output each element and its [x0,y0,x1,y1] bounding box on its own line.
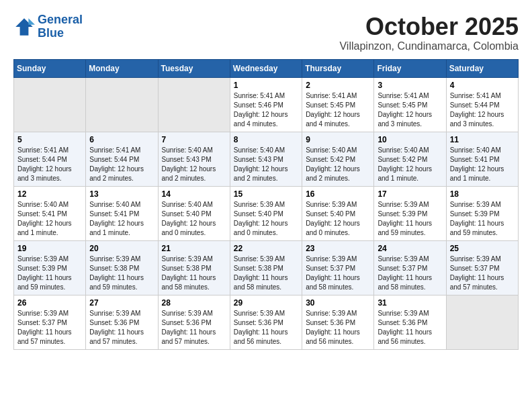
day-detail: Sunrise: 5:39 AM Sunset: 5:38 PM Dayligh… [162,255,226,292]
calendar-cell: 5Sunrise: 5:41 AM Sunset: 5:44 PM Daylig… [14,132,86,186]
svg-marker-1 [28,18,35,25]
day-detail: Sunrise: 5:41 AM Sunset: 5:45 PM Dayligh… [378,91,442,129]
day-number: 19 [17,244,82,253]
logo: General Blue [13,13,83,40]
day-detail: Sunrise: 5:39 AM Sunset: 5:39 PM Dayligh… [17,255,82,292]
calendar-cell: 20Sunrise: 5:39 AM Sunset: 5:38 PM Dayli… [86,240,158,295]
calendar-cell: 7Sunrise: 5:40 AM Sunset: 5:43 PM Daylig… [158,132,230,186]
day-of-week-header: Thursday [302,59,374,77]
calendar-cell: 18Sunrise: 5:39 AM Sunset: 5:39 PM Dayli… [446,186,518,240]
page-title: October 2025 [339,13,519,40]
day-detail: Sunrise: 5:39 AM Sunset: 5:37 PM Dayligh… [378,255,442,292]
day-number: 12 [17,189,82,199]
calendar-cell: 31Sunrise: 5:39 AM Sunset: 5:36 PM Dayli… [374,295,446,349]
page-header: General Blue October 2025 Villapinzon, C… [13,13,519,52]
calendar-cell: 29Sunrise: 5:39 AM Sunset: 5:36 PM Dayli… [230,295,302,349]
day-number: 10 [378,135,442,144]
day-number: 30 [306,298,370,308]
calendar-cell: 4Sunrise: 5:41 AM Sunset: 5:44 PM Daylig… [446,77,518,132]
day-detail: Sunrise: 5:39 AM Sunset: 5:38 PM Dayligh… [234,255,298,292]
day-number: 4 [450,81,515,90]
day-detail: Sunrise: 5:41 AM Sunset: 5:44 PM Dayligh… [450,91,515,129]
day-number: 2 [306,81,370,90]
day-detail: Sunrise: 5:39 AM Sunset: 5:36 PM Dayligh… [89,309,154,347]
calendar-cell: 16Sunrise: 5:39 AM Sunset: 5:40 PM Dayli… [302,186,374,240]
day-number: 5 [17,135,82,144]
day-number: 25 [450,244,515,253]
day-detail: Sunrise: 5:39 AM Sunset: 5:37 PM Dayligh… [450,255,515,292]
day-detail: Sunrise: 5:40 AM Sunset: 5:43 PM Dayligh… [234,146,298,183]
day-of-week-header: Wednesday [230,59,302,77]
day-number: 21 [162,244,226,253]
day-detail: Sunrise: 5:39 AM Sunset: 5:37 PM Dayligh… [17,309,82,347]
day-of-week-header: Saturday [446,59,518,77]
day-of-week-header: Tuesday [158,59,230,77]
day-number: 27 [89,298,154,308]
title-block: October 2025 Villapinzon, Cundinamarca, … [339,13,519,52]
calendar-cell: 28Sunrise: 5:39 AM Sunset: 5:36 PM Dayli… [158,295,230,349]
day-number: 24 [378,244,442,253]
calendar-cell: 11Sunrise: 5:40 AM Sunset: 5:41 PM Dayli… [446,132,518,186]
calendar-cell [158,77,230,132]
page-subtitle: Villapinzon, Cundinamarca, Colombia [339,40,519,52]
day-of-week-header: Sunday [14,59,86,77]
calendar-cell: 9Sunrise: 5:40 AM Sunset: 5:42 PM Daylig… [302,132,374,186]
day-detail: Sunrise: 5:40 AM Sunset: 5:41 PM Dayligh… [450,146,515,183]
day-number: 15 [234,189,298,199]
day-detail: Sunrise: 5:40 AM Sunset: 5:41 PM Dayligh… [89,200,154,238]
day-number: 13 [89,189,154,199]
day-detail: Sunrise: 5:39 AM Sunset: 5:40 PM Dayligh… [234,200,298,238]
day-number: 18 [450,189,515,199]
day-detail: Sunrise: 5:39 AM Sunset: 5:36 PM Dayligh… [234,309,298,347]
day-detail: Sunrise: 5:39 AM Sunset: 5:37 PM Dayligh… [306,255,370,292]
calendar-cell: 24Sunrise: 5:39 AM Sunset: 5:37 PM Dayli… [374,240,446,295]
day-number: 9 [306,135,370,144]
day-of-week-header: Friday [374,59,446,77]
day-number: 17 [378,189,442,199]
calendar-cell: 14Sunrise: 5:40 AM Sunset: 5:40 PM Dayli… [158,186,230,240]
day-detail: Sunrise: 5:39 AM Sunset: 5:40 PM Dayligh… [306,200,370,238]
calendar-cell [86,77,158,132]
day-number: 29 [234,298,298,308]
day-detail: Sunrise: 5:41 AM Sunset: 5:46 PM Dayligh… [234,91,298,129]
calendar-cell: 22Sunrise: 5:39 AM Sunset: 5:38 PM Dayli… [230,240,302,295]
calendar-cell [446,295,518,349]
day-detail: Sunrise: 5:39 AM Sunset: 5:36 PM Dayligh… [378,309,442,347]
calendar-cell: 1Sunrise: 5:41 AM Sunset: 5:46 PM Daylig… [230,77,302,132]
day-number: 6 [89,135,154,144]
day-of-week-header: Monday [86,59,158,77]
day-detail: Sunrise: 5:40 AM Sunset: 5:43 PM Dayligh… [162,146,226,183]
day-detail: Sunrise: 5:39 AM Sunset: 5:36 PM Dayligh… [162,309,226,347]
day-number: 3 [378,81,442,90]
calendar-cell: 10Sunrise: 5:40 AM Sunset: 5:42 PM Dayli… [374,132,446,186]
day-number: 1 [234,81,298,90]
day-detail: Sunrise: 5:41 AM Sunset: 5:44 PM Dayligh… [89,146,154,183]
day-number: 23 [306,244,370,253]
calendar-cell: 3Sunrise: 5:41 AM Sunset: 5:45 PM Daylig… [374,77,446,132]
logo-text: General Blue [38,13,83,40]
day-detail: Sunrise: 5:39 AM Sunset: 5:39 PM Dayligh… [378,200,442,238]
calendar-cell: 27Sunrise: 5:39 AM Sunset: 5:36 PM Dayli… [86,295,158,349]
day-number: 7 [162,135,226,144]
calendar-cell: 2Sunrise: 5:41 AM Sunset: 5:45 PM Daylig… [302,77,374,132]
day-detail: Sunrise: 5:40 AM Sunset: 5:41 PM Dayligh… [17,200,82,238]
calendar-cell [14,77,86,132]
day-number: 20 [89,244,154,253]
calendar-cell: 12Sunrise: 5:40 AM Sunset: 5:41 PM Dayli… [14,186,86,240]
day-number: 14 [162,189,226,199]
day-number: 26 [17,298,82,308]
logo-icon [13,16,35,38]
day-number: 28 [162,298,226,308]
calendar-cell: 17Sunrise: 5:39 AM Sunset: 5:39 PM Dayli… [374,186,446,240]
day-number: 11 [450,135,515,144]
calendar-table: SundayMondayTuesdayWednesdayThursdayFrid… [13,59,519,350]
day-number: 8 [234,135,298,144]
day-detail: Sunrise: 5:40 AM Sunset: 5:40 PM Dayligh… [162,200,226,238]
day-detail: Sunrise: 5:39 AM Sunset: 5:39 PM Dayligh… [450,200,515,238]
calendar-cell: 25Sunrise: 5:39 AM Sunset: 5:37 PM Dayli… [446,240,518,295]
day-detail: Sunrise: 5:39 AM Sunset: 5:36 PM Dayligh… [306,309,370,347]
day-detail: Sunrise: 5:41 AM Sunset: 5:45 PM Dayligh… [306,91,370,129]
calendar-cell: 21Sunrise: 5:39 AM Sunset: 5:38 PM Dayli… [158,240,230,295]
calendar-cell: 8Sunrise: 5:40 AM Sunset: 5:43 PM Daylig… [230,132,302,186]
calendar-cell: 15Sunrise: 5:39 AM Sunset: 5:40 PM Dayli… [230,186,302,240]
